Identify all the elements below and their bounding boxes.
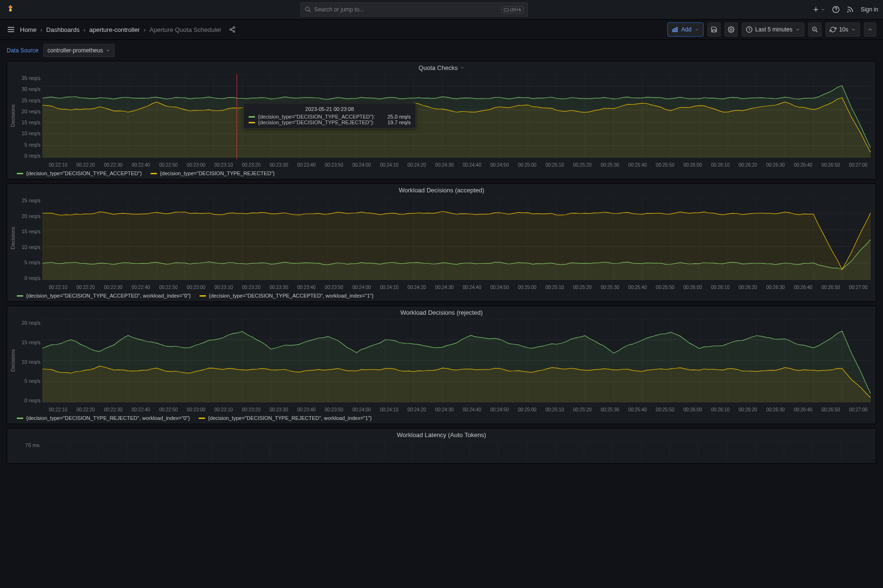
kiosk-button[interactable] xyxy=(864,22,876,37)
panel-title[interactable]: Workload Decisions (accepted) xyxy=(7,184,876,195)
share-icon xyxy=(229,26,236,33)
panel-wl_latency: Workload Latency (Auto Tokens)75 ms xyxy=(7,428,876,464)
svg-line-14 xyxy=(231,28,233,29)
chart-legend: {decision_type="DECISION_TYPE_ACCEPTED",… xyxy=(7,291,876,301)
panel-wl_rejected: Workload Decisions (rejected)Decisions20… xyxy=(7,306,876,424)
chevron-up-icon xyxy=(867,27,873,32)
panel-title[interactable]: Quota Checks xyxy=(7,61,876,72)
legend-swatch xyxy=(198,418,205,419)
svg-line-15 xyxy=(231,30,233,31)
keyboard-icon xyxy=(504,7,509,12)
svg-point-12 xyxy=(230,29,232,30)
grafana-logo[interactable] xyxy=(5,4,16,15)
legend-item[interactable]: {decision_type="DECISION_TYPE_REJECTED",… xyxy=(17,415,190,421)
chart-plot[interactable]: 2023-05-21 00:23:08{decision_type="DECIS… xyxy=(42,74,872,159)
top-bar: Search or jump to... ctrl+k Sign in xyxy=(0,0,883,20)
legend-item[interactable]: {decision_type="DECISION_TYPE_ACCEPTED",… xyxy=(17,293,191,299)
chart-plot[interactable] xyxy=(42,197,872,282)
chart-plot[interactable] xyxy=(42,319,872,404)
svg-rect-18 xyxy=(676,27,677,31)
breadcrumb: Home › Dashboards › aperture-controller … xyxy=(20,26,236,33)
search-shortcut: ctrl+k xyxy=(501,6,524,13)
add-panel-button[interactable]: Add xyxy=(667,22,703,37)
global-search[interactable]: Search or jump to... ctrl+k xyxy=(300,2,528,17)
add-menu[interactable] xyxy=(812,6,825,13)
svg-line-22 xyxy=(815,30,817,32)
chevron-right-icon: › xyxy=(144,26,146,33)
y-axis-label: Decisions xyxy=(9,74,17,158)
panels-area: Quota ChecksDecisions35 req/s30 req/s25 … xyxy=(0,61,883,474)
y-axis-label: Decisions xyxy=(9,197,17,280)
help-button[interactable] xyxy=(832,6,840,13)
variable-label: Data Source xyxy=(7,47,39,54)
svg-rect-17 xyxy=(675,29,675,32)
search-icon xyxy=(305,6,311,13)
panel-wl_accepted: Workload Decisions (accepted)Decisions25… xyxy=(7,183,876,302)
svg-rect-16 xyxy=(673,30,674,32)
y-axis: 75 ms xyxy=(16,441,41,462)
save-icon xyxy=(711,26,717,33)
save-dashboard-button[interactable] xyxy=(707,22,721,37)
legend-swatch xyxy=(17,418,23,419)
gear-icon xyxy=(728,26,734,33)
svg-point-7 xyxy=(848,11,848,12)
news-button[interactable] xyxy=(846,6,854,13)
chevron-down-icon xyxy=(694,27,699,32)
legend-swatch xyxy=(17,295,23,297)
chevron-down-icon xyxy=(106,48,110,53)
clock-icon xyxy=(746,26,753,33)
panel-quota_checks: Quota ChecksDecisions35 req/s30 req/s25 … xyxy=(7,61,876,179)
breadcrumb-home[interactable]: Home xyxy=(20,26,37,33)
chart-plot[interactable] xyxy=(41,441,872,462)
nav-bar: Home › Dashboards › aperture-controller … xyxy=(0,20,883,40)
signin-link[interactable]: Sign in xyxy=(861,6,878,13)
y-axis: 35 req/s30 req/s25 req/s20 req/s15 req/s… xyxy=(17,74,42,159)
chevron-down-icon xyxy=(460,64,465,71)
legend-item[interactable]: {decision_type="DECISION_TYPE_ACCEPTED"} xyxy=(17,170,142,176)
menu-toggle[interactable] xyxy=(7,25,15,34)
share-button[interactable] xyxy=(229,26,236,33)
chevron-down-icon xyxy=(821,7,825,12)
search-placeholder: Search or jump to... xyxy=(314,6,364,13)
legend-item[interactable]: {decision_type="DECISION_TYPE_REJECTED"} xyxy=(150,170,275,176)
svg-line-1 xyxy=(309,10,311,12)
refresh-icon xyxy=(830,26,836,33)
chevron-down-icon xyxy=(795,27,800,32)
zoom-out-button[interactable] xyxy=(808,22,822,37)
chevron-down-icon xyxy=(851,27,856,32)
y-axis: 20 req/s15 req/s10 req/s5 req/s0 req/s xyxy=(17,319,42,404)
chart-legend: {decision_type="DECISION_TYPE_ACCEPTED"}… xyxy=(7,169,876,179)
hover-cursor xyxy=(237,74,237,159)
breadcrumb-current: Aperture Quota Scheduler xyxy=(149,26,221,33)
chart-tooltip: 2023-05-21 00:23:08{decision_type="DECIS… xyxy=(243,103,416,129)
refresh-button[interactable]: 10s xyxy=(825,22,860,37)
breadcrumb-folder[interactable]: aperture-controller xyxy=(89,26,139,33)
time-range-picker[interactable]: Last 5 minutes xyxy=(742,22,804,37)
menu-icon xyxy=(7,25,15,34)
legend-item[interactable]: {decision_type="DECISION_TYPE_REJECTED",… xyxy=(198,415,372,421)
y-axis: 25 req/s20 req/s15 req/s10 req/s5 req/s0… xyxy=(17,197,42,282)
zoom-out-icon xyxy=(812,26,818,33)
chevron-right-icon: › xyxy=(40,26,42,33)
plus-icon xyxy=(812,6,820,13)
x-axis: 00:22:1000:22:2000:22:3000:22:4000:22:50… xyxy=(7,405,876,413)
breadcrumb-dashboards[interactable]: Dashboards xyxy=(46,26,79,33)
svg-point-0 xyxy=(306,7,309,11)
chart-legend: {decision_type="DECISION_TYPE_REJECTED",… xyxy=(7,413,876,424)
panel-add-icon xyxy=(672,26,678,33)
x-axis: 00:22:1000:22:2000:22:3000:22:4000:22:50… xyxy=(7,160,876,169)
legend-swatch xyxy=(150,173,157,174)
legend-swatch xyxy=(17,173,23,174)
y-axis-label: Decisions xyxy=(9,319,17,402)
svg-point-19 xyxy=(730,29,732,30)
rss-icon xyxy=(846,6,854,13)
dashboard-settings-button[interactable] xyxy=(724,22,738,37)
svg-point-11 xyxy=(233,27,235,29)
variable-select-datasource[interactable]: controller-prometheus xyxy=(43,44,115,57)
chevron-right-icon: › xyxy=(83,26,85,33)
legend-item[interactable]: {decision_type="DECISION_TYPE_ACCEPTED",… xyxy=(199,293,374,299)
panel-title[interactable]: Workload Decisions (rejected) xyxy=(7,306,876,317)
variable-row: Data Source controller-prometheus xyxy=(0,40,883,61)
panel-title[interactable]: Workload Latency (Auto Tokens) xyxy=(7,429,876,439)
svg-point-13 xyxy=(233,30,235,32)
